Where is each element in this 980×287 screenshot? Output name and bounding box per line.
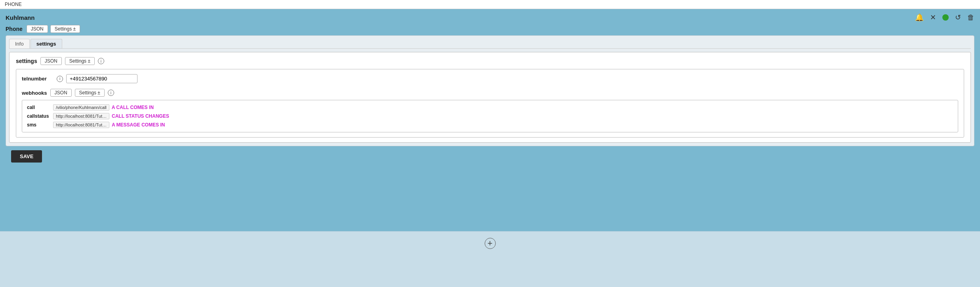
save-button[interactable]: SAVE: [11, 150, 42, 163]
webhooks-header: webhooks JSON Settings ± i: [22, 89, 958, 97]
webhook-key-callstatus: callstatus: [27, 113, 51, 119]
settings-subsection-header: settings JSON Settings ± i: [16, 57, 964, 65]
webhook-event-call: A CALL COMES IN: [112, 105, 154, 110]
tab-settings[interactable]: settings: [31, 39, 62, 48]
bottom-bar: +: [0, 231, 980, 255]
settings-content: settings JSON Settings ± i telnumber i w…: [9, 52, 971, 143]
webhooks-box: call /vilio/phone/Kuhlmann/call A CALL C…: [22, 100, 958, 132]
webhook-url-sms: http://localhost:8081/Tut…: [53, 122, 109, 128]
webhook-row-call: call /vilio/phone/Kuhlmann/call A CALL C…: [27, 104, 953, 111]
bell-icon[interactable]: 🔔: [915, 13, 924, 22]
main-panel: Kuhlmann 🔔 ✕ ↺ 🗑 Phone JSON Settings ± I…: [0, 9, 980, 231]
settings-json-button[interactable]: JSON: [40, 57, 62, 65]
webhook-url-callstatus: http://localhost:8081/Tut…: [53, 113, 109, 119]
main-tab-row: Phone JSON Settings ±: [6, 25, 974, 33]
settings-section-title: settings: [16, 58, 37, 64]
save-bar: SAVE: [6, 146, 974, 166]
content-card: Info settings settings JSON Settings ± i…: [6, 35, 974, 146]
inner-settings-box: telnumber i webhooks JSON Settings ± i c…: [16, 69, 964, 138]
webhooks-json-button[interactable]: JSON: [50, 89, 72, 97]
inner-tabs: Info settings: [9, 39, 971, 49]
settings-settings-button[interactable]: Settings ±: [65, 57, 95, 65]
webhook-url-call: /vilio/phone/Kuhlmann/call: [53, 104, 109, 111]
phone-tab-label: Phone: [6, 26, 23, 32]
top-bar-label: PHONE: [5, 2, 22, 7]
tab-info[interactable]: Info: [9, 39, 30, 48]
settings-tab-button[interactable]: Settings ±: [50, 25, 80, 33]
top-bar: PHONE: [0, 0, 980, 9]
reload-icon[interactable]: ↺: [955, 13, 961, 22]
telnumber-info-icon[interactable]: i: [57, 76, 63, 82]
add-icon[interactable]: +: [485, 238, 496, 249]
cross-icon[interactable]: ✕: [930, 13, 936, 22]
webhook-event-callstatus: CALL STATUS CHANGES: [112, 113, 169, 119]
webhooks-settings-button[interactable]: Settings ±: [75, 89, 105, 97]
header-icons: 🔔 ✕ ↺ 🗑: [915, 13, 974, 22]
panel-title: Kuhlmann: [6, 14, 34, 21]
settings-info-icon[interactable]: i: [98, 58, 104, 64]
json-tab-button[interactable]: JSON: [27, 25, 48, 33]
webhook-row-callstatus: callstatus http://localhost:8081/Tut… CA…: [27, 113, 953, 119]
webhooks-info-icon[interactable]: i: [108, 90, 114, 96]
webhook-event-sms: A MESSAGE COMES IN: [112, 122, 165, 128]
webhooks-label: webhooks: [22, 90, 47, 96]
panel-header: Kuhlmann 🔔 ✕ ↺ 🗑: [6, 13, 974, 22]
telnumber-row: telnumber i: [22, 74, 958, 83]
trash-icon[interactable]: 🗑: [967, 13, 974, 22]
telnumber-input[interactable]: [66, 74, 138, 83]
status-dot-icon: [942, 14, 949, 21]
webhook-key-call: call: [27, 105, 51, 110]
webhook-row-sms: sms http://localhost:8081/Tut… A MESSAGE…: [27, 122, 953, 128]
webhooks-section: webhooks JSON Settings ± i call /vilio/p…: [22, 89, 958, 132]
webhook-key-sms: sms: [27, 122, 51, 128]
telnumber-label: telnumber: [22, 76, 53, 82]
